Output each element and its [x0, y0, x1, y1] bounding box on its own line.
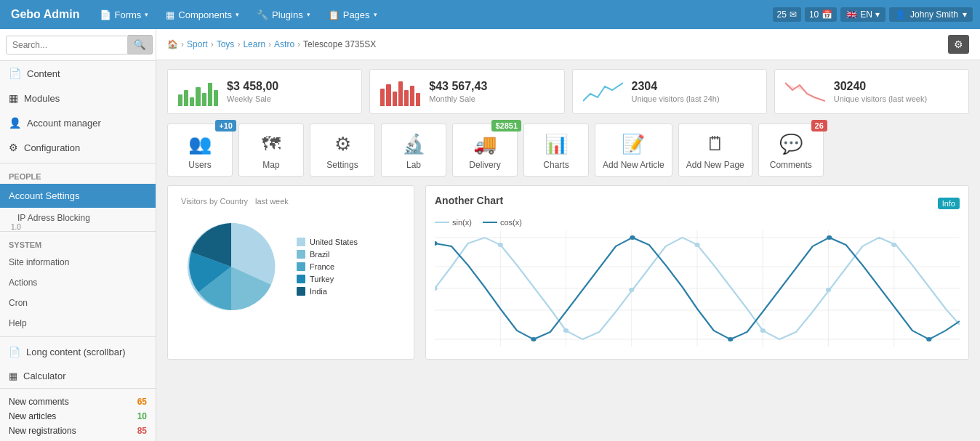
- svg-point-20: [891, 243, 896, 247]
- nav-pages[interactable]: 📋 Pages ▾: [319, 0, 386, 29]
- map-label: Map: [262, 160, 279, 170]
- settings-label: Settings: [326, 160, 358, 170]
- svg-point-25: [827, 235, 832, 240]
- icon-card-settings[interactable]: ⚙ Settings: [310, 124, 375, 177]
- comments-icon: 💬: [779, 133, 803, 155]
- pages-icon: 📋: [328, 9, 340, 20]
- sidebar-item-content[interactable]: 📄 Content: [0, 61, 156, 86]
- icon-card-add-article[interactable]: 📝 Add New Article: [595, 124, 672, 177]
- legend-india: India: [297, 287, 358, 296]
- wave-chart-title: Another Chart: [435, 195, 503, 206]
- charts-label: Charts: [543, 160, 569, 170]
- sidebar-item-account-settings[interactable]: Account Settings: [0, 184, 156, 208]
- alert-count: 10: [809, 9, 819, 20]
- users-icon: 👥: [188, 133, 212, 155]
- stat-row-articles: New articles 10: [9, 409, 147, 424]
- pages-caret: ▾: [374, 11, 377, 18]
- svg-point-18: [760, 328, 766, 333]
- icon-card-add-page[interactable]: 🗒 Add New Page: [678, 124, 752, 177]
- comments-badge: 26: [811, 120, 827, 132]
- notification-count: 25: [777, 9, 787, 20]
- icon-card-lab[interactable]: 🔬 Lab: [381, 124, 446, 177]
- add-article-icon: 📝: [622, 133, 645, 155]
- settings-icon: ⚙: [334, 133, 351, 155]
- notifications-button[interactable]: 25 ✉: [773, 7, 801, 22]
- mbar3: [393, 92, 397, 106]
- legend-france: France: [297, 262, 358, 271]
- comments-label: Comments: [770, 160, 812, 170]
- nav-components[interactable]: ▦ Components ▾: [157, 0, 248, 29]
- registrations-count: 85: [137, 426, 147, 436]
- mbar5: [404, 90, 409, 106]
- sidebar-item-site-information[interactable]: Site information: [0, 252, 156, 272]
- mbar7: [416, 93, 420, 106]
- visitors-24h-chart: [583, 79, 623, 105]
- breadcrumb-learn[interactable]: Learn: [243, 39, 265, 49]
- sidebar-item-actions[interactable]: Actions: [0, 272, 156, 293]
- breadcrumb-bar: 🏠 › Sport › Toys › Learn › Astro › Teles…: [156, 29, 980, 60]
- icon-card-comments[interactable]: 26 💬 Comments: [758, 124, 824, 177]
- system-section-label: SYSTEM: [0, 235, 156, 252]
- svg-point-22: [531, 337, 536, 341]
- visitors-24h-card: 2304 Unique visitors (last 24h): [572, 69, 767, 114]
- sidebar-item-help[interactable]: Help: [0, 313, 156, 333]
- wave-chart-badge: Info: [938, 198, 960, 209]
- nav-plugins[interactable]: 🔧 Plugins ▾: [248, 0, 319, 29]
- icon-card-delivery[interactable]: $2851 🚚 Delivery: [452, 124, 518, 177]
- icon-card-map[interactable]: 🗺 Map: [238, 124, 304, 177]
- svg-point-14: [498, 243, 503, 247]
- svg-point-26: [926, 337, 931, 341]
- page-settings-button[interactable]: ⚙: [948, 35, 969, 54]
- modules-icon: ▦: [9, 92, 18, 104]
- sidebar-item-configuration[interactable]: ⚙ Configuration: [0, 135, 156, 160]
- sidebar-stats: New comments 65 New articles 10 New regi…: [0, 388, 156, 441]
- mbar1: [380, 89, 385, 106]
- weekly-sale-amount: $3 458,00: [227, 80, 278, 93]
- breadcrumb-sport[interactable]: Sport: [187, 39, 208, 49]
- nav-forms[interactable]: 📄 Forms ▾: [91, 0, 158, 29]
- sidebar-item-ip-blocking[interactable]: IP Adress Blocking: [0, 208, 156, 228]
- sidebar-item-calculator[interactable]: ▦ Calculator: [0, 364, 156, 388]
- sidebar-item-cron[interactable]: Cron: [0, 293, 156, 313]
- mbar4: [398, 81, 403, 106]
- bar3: [190, 97, 194, 106]
- bar1: [178, 94, 182, 106]
- delivery-label: Delivery: [469, 160, 500, 170]
- mbar2: [386, 84, 390, 106]
- sidebar-item-account-manager[interactable]: 👤 Account manager: [0, 110, 156, 135]
- sidebar-item-modules[interactable]: ▦ Modules: [0, 86, 156, 110]
- breadcrumb-home[interactable]: 🏠: [167, 39, 178, 49]
- breadcrumb: 🏠 › Sport › Toys › Learn › Astro › Teles…: [167, 39, 376, 49]
- visitors-week-info: 30240 Unique visitors (last week): [834, 80, 927, 103]
- breadcrumb-astro[interactable]: Astro: [274, 39, 294, 49]
- breadcrumb-current: Telescope 3735SX: [303, 39, 376, 49]
- sidebar-item-long-content[interactable]: 📄 Long content (scrollbar): [0, 340, 156, 364]
- account-manager-icon: 👤: [9, 117, 21, 129]
- charts-icon: 📊: [545, 133, 568, 155]
- brand: Gebo Admin: [7, 8, 91, 21]
- visitors-week-amount: 30240: [834, 80, 927, 93]
- long-content-icon: 📄: [9, 347, 20, 357]
- alerts-button[interactable]: 10 📅: [805, 7, 837, 22]
- add-page-label: Add New Page: [686, 160, 744, 170]
- bar5: [202, 93, 206, 106]
- weekly-sale-label: Weekly Sale: [227, 94, 278, 103]
- user-menu[interactable]: 👤 Johny Smith ▾: [889, 7, 973, 22]
- plugins-icon: 🔧: [257, 9, 268, 20]
- pie-legend: United States Brazil France Turkey: [297, 238, 358, 296]
- icon-card-users[interactable]: +10 👥 Users: [167, 124, 233, 177]
- bar6: [208, 83, 212, 106]
- wave-legend: sin(x) cos(x): [435, 218, 960, 227]
- language-selector[interactable]: 🇬🇧 EN ▾: [840, 7, 885, 22]
- map-icon: 🗺: [262, 133, 281, 155]
- add-page-icon: 🗒: [706, 133, 725, 155]
- main-content: 🏠 › Sport › Toys › Learn › Astro › Teles…: [156, 29, 980, 441]
- mbar6: [410, 86, 414, 106]
- search-button[interactable]: 🔍: [128, 35, 153, 54]
- lang-caret: ▾: [875, 9, 880, 20]
- forms-caret: ▾: [145, 11, 148, 18]
- search-input[interactable]: [6, 36, 128, 54]
- breadcrumb-toys[interactable]: Toys: [217, 39, 235, 49]
- weekly-sale-card: $3 458,00 Weekly Sale: [167, 69, 362, 114]
- icon-card-charts[interactable]: 📊 Charts: [523, 124, 589, 177]
